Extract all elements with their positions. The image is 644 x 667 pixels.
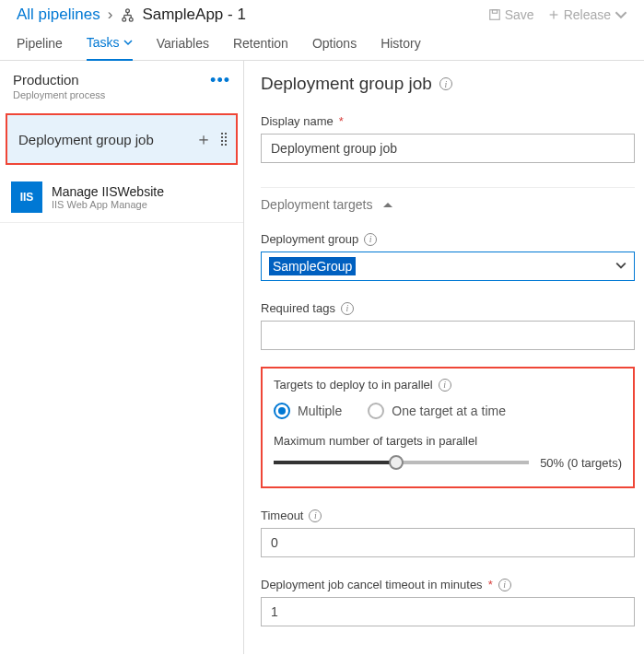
page-title: Deployment group job i <box>261 74 635 94</box>
deployment-group-label-text: Deployment group <box>261 232 358 246</box>
svg-rect-7 <box>489 10 499 20</box>
add-task-icon[interactable]: ＋ <box>195 128 212 150</box>
radio-one-label: One target at a time <box>392 404 506 418</box>
stage-sub: Deployment process <box>13 89 105 100</box>
more-actions-icon[interactable]: ••• <box>210 72 230 88</box>
cancel-timeout-input[interactable] <box>261 597 635 626</box>
display-name-label-text: Display name <box>261 114 334 128</box>
tab-retention[interactable]: Retention <box>233 35 288 60</box>
max-targets-slider[interactable] <box>274 455 529 470</box>
svg-point-5 <box>123 18 126 21</box>
task-sub: IIS Web App Manage <box>52 199 164 210</box>
stage-header-text: Production Deployment process <box>13 72 105 100</box>
drag-handle-icon[interactable] <box>221 133 227 146</box>
release-button[interactable]: Release <box>547 7 627 22</box>
task-icon: IIS <box>11 181 42 213</box>
stage-header[interactable]: Production Deployment process ••• <box>0 61 243 110</box>
radio-icon <box>368 403 384 419</box>
save-icon <box>488 8 501 21</box>
tab-variables[interactable]: Variables <box>157 35 209 60</box>
breadcrumb: All pipelines › SampleApp - 1 <box>17 6 246 24</box>
deployment-group-value: SampleGroup <box>269 257 356 275</box>
info-icon[interactable]: i <box>439 77 452 90</box>
required-tags-label: Required tags i <box>261 301 635 315</box>
field-required-tags: Required tags i <box>261 301 635 350</box>
svg-point-6 <box>129 18 133 21</box>
job-row[interactable]: Deployment group job ＋ <box>7 115 236 163</box>
cancel-timeout-label: Deployment job cancel timeout in minutes… <box>261 578 635 591</box>
timeout-label: Timeout i <box>261 509 635 522</box>
tab-bar: Pipeline Tasks Variables Retention Optio… <box>0 28 644 61</box>
max-targets-label: Maximum number of targets in parallel <box>274 434 622 448</box>
field-cancel-timeout: Deployment job cancel timeout in minutes… <box>261 578 635 626</box>
info-icon[interactable]: i <box>364 233 377 246</box>
timeout-label-text: Timeout <box>261 509 303 522</box>
slider-thumb[interactable] <box>389 455 404 470</box>
svg-rect-8 <box>492 10 497 14</box>
required-tags-input[interactable] <box>261 321 635 350</box>
parallel-label: Targets to deploy to in parallel i <box>274 378 622 392</box>
chevron-down-icon <box>615 8 627 21</box>
display-name-label: Display name * <box>261 114 635 128</box>
required-marker: * <box>488 578 493 591</box>
svg-point-0 <box>126 8 130 12</box>
chevron-down-icon <box>615 259 626 274</box>
save-button[interactable]: Save <box>488 7 534 22</box>
max-targets-label-text: Maximum number of targets in parallel <box>274 434 477 448</box>
radio-multiple[interactable]: Multiple <box>274 403 342 419</box>
deployment-group-label: Deployment group i <box>261 232 635 246</box>
pipeline-icon <box>120 8 135 22</box>
job-actions: ＋ <box>195 128 227 150</box>
field-deployment-group: Deployment group i SampleGroup <box>261 232 635 281</box>
section-deployment-targets[interactable]: Deployment targets <box>261 187 635 212</box>
info-icon[interactable]: i <box>341 302 354 315</box>
timeout-input[interactable] <box>261 528 635 557</box>
left-panel: Production Deployment process ••• Deploy… <box>0 61 244 654</box>
radio-icon <box>274 403 290 419</box>
display-name-input[interactable] <box>261 134 635 163</box>
required-marker: * <box>339 114 344 128</box>
tab-pipeline[interactable]: Pipeline <box>17 35 63 60</box>
deployment-group-select[interactable]: SampleGroup <box>261 252 635 281</box>
section-deployment-targets-label: Deployment targets <box>261 197 372 212</box>
tab-tasks-label: Tasks <box>87 35 120 50</box>
cancel-timeout-label-text: Deployment job cancel timeout in minutes <box>261 578 483 591</box>
plus-icon <box>547 8 560 21</box>
tab-tasks[interactable]: Tasks <box>87 35 133 61</box>
breadcrumb-separator: › <box>108 6 113 24</box>
required-tags-label-text: Required tags <box>261 301 335 315</box>
stage-name: Production <box>13 72 105 88</box>
info-icon[interactable]: i <box>309 509 322 522</box>
job-card: Deployment group job ＋ <box>6 113 238 165</box>
slider-value-label: 50% (0 targets) <box>540 456 622 470</box>
info-icon[interactable]: i <box>439 379 451 392</box>
page-title-text: Deployment group job <box>261 74 432 94</box>
chevron-down-icon <box>123 38 133 47</box>
parallel-label-text: Targets to deploy to in parallel <box>274 378 433 392</box>
breadcrumb-title: SampleApp - 1 <box>142 6 245 24</box>
job-name: Deployment group job <box>18 132 154 147</box>
right-panel: Deployment group job i Display name * De… <box>244 61 644 654</box>
parallel-radio-group: Multiple One target at a time <box>274 403 622 419</box>
release-label: Release <box>564 7 611 22</box>
task-name: Manage IISWebsite <box>52 184 164 199</box>
toolbar: Save Release <box>488 7 627 22</box>
parallel-settings-box: Targets to deploy to in parallel i Multi… <box>261 367 635 488</box>
radio-multiple-label: Multiple <box>298 404 342 418</box>
save-label: Save <box>505 7 534 22</box>
tab-options[interactable]: Options <box>312 35 357 60</box>
task-row[interactable]: IIS Manage IISWebsite IIS Web App Manage <box>0 172 243 223</box>
field-display-name: Display name * <box>261 114 635 163</box>
info-icon[interactable]: i <box>498 579 511 591</box>
radio-one-target[interactable]: One target at a time <box>368 403 506 419</box>
tab-history[interactable]: History <box>381 35 421 60</box>
breadcrumb-root-link[interactable]: All pipelines <box>17 6 100 24</box>
max-targets-slider-row: 50% (0 targets) <box>274 455 622 470</box>
header: All pipelines › SampleApp - 1 Save Relea… <box>0 0 644 28</box>
field-timeout: Timeout i <box>261 509 635 557</box>
task-text: Manage IISWebsite IIS Web App Manage <box>52 184 164 210</box>
